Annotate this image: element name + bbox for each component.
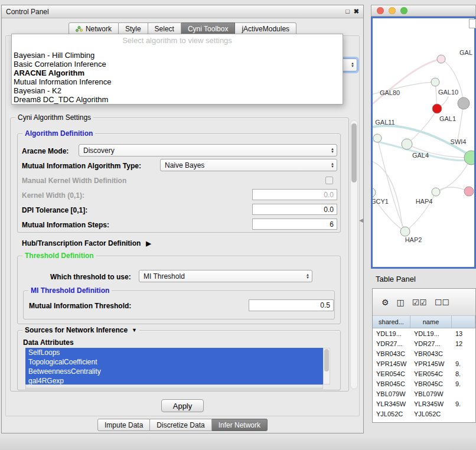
network-node[interactable] <box>400 227 410 236</box>
table-cell[interactable]: YJL052C <box>410 410 452 418</box>
float-panel-icon[interactable]: □ <box>345 8 350 15</box>
table-cell[interactable]: YBL079W <box>373 390 410 397</box>
table-cell[interactable]: 8. <box>452 370 475 377</box>
network-node[interactable] <box>458 97 470 109</box>
table-cell[interactable]: YBR045C <box>373 380 410 387</box>
table-cell[interactable]: YDR27... <box>410 340 452 347</box>
node-label: SWI4 <box>451 138 467 145</box>
algorithm-option[interactable]: Bayesian - K2 <box>12 86 343 95</box>
control-panel-titlebar[interactable]: Control Panel □ ✖ <box>2 5 363 18</box>
table-cell[interactable]: YLR345W <box>410 400 452 407</box>
table-row[interactable]: YER054CYER054C8. <box>373 369 475 379</box>
network-node[interactable] <box>431 78 439 86</box>
table-cell[interactable]: YDL19... <box>410 330 452 337</box>
table-cell[interactable]: YBR043C <box>373 350 410 357</box>
algorithm-option[interactable]: ARACNE Algorithm <box>12 69 343 77</box>
algorithm-option[interactable]: Basic Correlation Inference <box>12 60 343 69</box>
table-cell[interactable]: YER054C <box>373 370 410 377</box>
table-cell[interactable]: YBR045C <box>410 380 452 387</box>
network-node[interactable] <box>373 134 382 142</box>
table-cell[interactable]: YBL079W <box>410 390 452 397</box>
table-row[interactable]: YPR145WYPR145W9. <box>373 358 475 369</box>
attribute-item[interactable]: SelfLoops <box>25 348 323 357</box>
kernel-width-field[interactable]: 0.0 <box>252 189 337 200</box>
attributes-vertical-scrollbar[interactable] <box>323 348 330 384</box>
table-cell[interactable]: YJL052C <box>373 410 410 418</box>
dpi-tolerance-field[interactable]: 0.0 <box>252 204 337 215</box>
table-cell[interactable]: YDR27... <box>373 340 410 347</box>
column-header[interactable]: name <box>410 316 452 328</box>
table-row[interactable]: YLR345WYLR345W9. <box>373 399 475 409</box>
network-node[interactable] <box>437 55 445 63</box>
mi-algorithm-type-combo[interactable]: Naive Bayes <box>160 159 337 171</box>
bottom-tab-infer-network[interactable]: Infer Network <box>212 419 268 431</box>
column-header[interactable] <box>452 316 475 328</box>
table-cell[interactable]: 9. <box>452 380 475 387</box>
aracne-mode-combo[interactable]: Discovery <box>79 144 337 156</box>
network-node[interactable] <box>402 139 412 149</box>
mi-steps-field[interactable]: 6 <box>252 219 337 230</box>
network-window-titlebar[interactable] <box>371 5 476 17</box>
tab-jactivemodules[interactable]: jActiveModules <box>235 22 296 35</box>
network-node[interactable] <box>432 188 440 196</box>
attribute-item[interactable]: TopologicalCoefficient <box>25 357 323 367</box>
data-attributes-list[interactable]: SelfLoopsTopologicalCoefficientBetweenne… <box>25 348 323 384</box>
network-node[interactable] <box>432 104 442 113</box>
tab-cyni-toolbox[interactable]: Cyni Toolbox <box>181 22 235 35</box>
minimize-window-icon[interactable] <box>389 7 396 14</box>
network-node[interactable] <box>464 187 474 196</box>
sources-expander[interactable]: Sources for Network Inference <box>22 326 139 334</box>
which-threshold-combo[interactable]: MI Threshold <box>139 270 312 282</box>
table-row[interactable]: YJL052CYJL052C <box>373 409 475 419</box>
table-row[interactable]: YBR043CYBR043C <box>373 348 475 358</box>
table-row[interactable]: YDR27...YDR27...12 <box>373 338 475 348</box>
algorithm-option[interactable]: Mutual Information Inference <box>12 77 343 86</box>
column-settings-icon[interactable]: ◫ <box>397 298 405 306</box>
network-edge[interactable] <box>407 109 437 144</box>
manual-kernel-width-checkbox[interactable] <box>325 177 333 184</box>
tab-style[interactable]: Style <box>119 22 148 35</box>
table-cell[interactable]: YPR145W <box>410 360 452 367</box>
combo-arrows-icon <box>304 270 312 282</box>
scrollbar-thumb[interactable] <box>351 123 357 182</box>
table-cell[interactable]: YPR145W <box>373 360 410 367</box>
algorithm-option[interactable]: Dream8 DC_TDC Algorithm <box>12 95 343 104</box>
attributes-horizontal-scrollbar[interactable] <box>25 384 323 389</box>
close-panel-icon[interactable]: ✖ <box>354 8 359 15</box>
hub-definition-expander[interactable]: Hub/Transcription Factor Definition <box>22 239 151 247</box>
minimized-panel-icon[interactable] <box>2 439 10 447</box>
close-window-icon[interactable] <box>377 7 384 14</box>
tab-select[interactable]: Select <box>148 22 181 35</box>
select-all-rows-icon[interactable]: ☑☑ <box>412 298 427 306</box>
bottom-tab-impute-data[interactable]: Impute Data <box>97 419 150 431</box>
column-header[interactable]: shared... <box>373 316 410 328</box>
gear-icon[interactable]: ⚙ <box>382 298 389 306</box>
table-cell[interactable]: 13 <box>452 330 475 337</box>
table-cell[interactable]: 9. <box>452 360 475 367</box>
table-cell[interactable]: YLR345W <box>373 400 410 407</box>
tab-network[interactable]: Network <box>69 22 119 35</box>
attribute-item[interactable]: gal4RGexp <box>25 376 323 384</box>
table-cell[interactable]: YDL19... <box>373 330 410 337</box>
table-row[interactable]: YBR045CYBR045C9. <box>373 379 475 389</box>
scrollbar-thumb[interactable] <box>324 349 329 371</box>
settings-scrollbar[interactable] <box>350 120 358 389</box>
table-cell[interactable]: 12 <box>452 340 475 347</box>
network-node[interactable] <box>373 188 376 197</box>
network-edge[interactable] <box>441 59 464 103</box>
table-row[interactable]: YDL19...YDL19...13 <box>373 328 475 338</box>
zoom-window-icon[interactable] <box>400 7 407 14</box>
table-cell[interactable]: YBR043C <box>410 350 452 357</box>
table-cell[interactable]: YER054C <box>410 370 452 377</box>
algorithm-option[interactable]: Bayesian - Hill Climbing <box>12 51 343 60</box>
panel-collapse-icon[interactable] <box>359 217 363 223</box>
table-cell[interactable]: 9. <box>452 400 475 407</box>
attribute-item[interactable]: BetweennessCentrality <box>25 367 323 376</box>
deselect-all-rows-icon[interactable]: ☐☐ <box>435 298 449 306</box>
network-canvas[interactable]: GALGAL80GAL10GAL11GAL1SWI4GAL4GCY1HAP4HA… <box>371 17 476 269</box>
bottom-tab-discretize-data[interactable]: Discretize Data <box>150 419 211 431</box>
mi-threshold-field[interactable]: 0.5 <box>249 299 334 311</box>
table-row[interactable]: YBL079WYBL079W <box>373 389 475 399</box>
network-edge[interactable] <box>373 59 441 107</box>
apply-button[interactable]: Apply <box>161 399 204 412</box>
